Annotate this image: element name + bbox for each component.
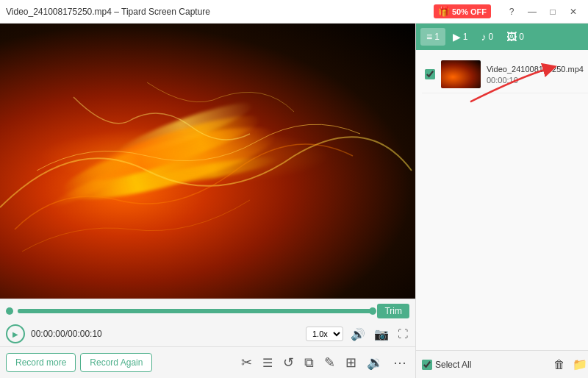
close-button[interactable]: ✕ bbox=[564, 4, 582, 19]
maximize-button[interactable]: □ bbox=[544, 4, 562, 19]
volume-icon[interactable]: 🔊 bbox=[349, 326, 367, 343]
folder-icon[interactable]: 📁 bbox=[570, 355, 588, 374]
bottom-controls: Trim ▶ 00:00:00/00:00:10 1.0x 0.5x 1.5x … bbox=[0, 299, 415, 378]
play-button[interactable]: ▶ bbox=[6, 324, 25, 343]
scissors-icon[interactable]: ✂ bbox=[238, 352, 255, 374]
edit-icon[interactable]: ✎ bbox=[321, 352, 338, 374]
titlebar-right: 🎁 50% OFF ? — □ ✕ bbox=[434, 4, 582, 19]
list-icon: ≡ bbox=[426, 31, 432, 43]
fullscreen-icon[interactable]: ⛶ bbox=[396, 327, 409, 341]
time-total: 00:00:10 bbox=[68, 329, 102, 339]
tab-audio[interactable]: ♪ 0 bbox=[476, 28, 500, 46]
recording-thumbnail bbox=[441, 60, 481, 88]
video-art-svg bbox=[0, 24, 415, 299]
image-icon: 🖼 bbox=[506, 31, 517, 43]
title-bar: Video_241008175250.mp4 – Tipard Screen C… bbox=[0, 0, 588, 24]
recording-duration: 00:00:10 bbox=[487, 76, 584, 85]
playback-row: ▶ 00:00:00/00:00:10 1.0x 0.5x 1.5x 2.0x … bbox=[0, 321, 415, 346]
tab-image[interactable]: 🖼 0 bbox=[501, 28, 530, 46]
recording-checkbox[interactable] bbox=[425, 69, 435, 79]
tune-icon[interactable]: ⊞ bbox=[343, 352, 359, 374]
right-bottom-toolbar: Select All 🗑 📁 📤 bbox=[416, 350, 588, 378]
progress-fill bbox=[18, 309, 373, 313]
delete-icon[interactable]: 🗑 bbox=[551, 356, 567, 374]
minimize-button[interactable]: — bbox=[523, 4, 541, 19]
tab-play[interactable]: ▶ 1 bbox=[447, 28, 474, 46]
copy-icon[interactable]: ⧉ bbox=[301, 352, 317, 374]
refresh-icon[interactable]: ↺ bbox=[280, 352, 297, 374]
camera-icon[interactable]: 📷 bbox=[373, 326, 390, 343]
record-more-button[interactable]: Record more bbox=[6, 353, 76, 372]
tab-video[interactable]: ≡ 1 bbox=[420, 28, 445, 46]
recording-name: Video_241008175250.mp4 bbox=[487, 65, 584, 74]
recording-item: Video_241008175250.mp4 00:00:10 ↗ bbox=[422, 56, 588, 93]
right-panel: ≡ 1 ▶ 1 ♪ 0 🖼 0 Video_241008175250 bbox=[415, 24, 588, 378]
record-again-button[interactable]: Record Again bbox=[80, 353, 152, 372]
app-title: Video_241008175250.mp4 – Tipard Screen C… bbox=[6, 7, 210, 17]
time-display: 00:00:00/00:00:10 bbox=[31, 329, 300, 339]
promo-text: 50% OFF bbox=[452, 7, 487, 16]
recordings-list: Video_241008175250.mp4 00:00:10 ↗ bbox=[416, 50, 588, 350]
tab-bar: ≡ 1 ▶ 1 ♪ 0 🖼 0 bbox=[416, 24, 588, 50]
action-row: Record more Record Again ✂ ☰ ↺ ⧉ ✎ ⊞ 🔉 ⋯ bbox=[0, 346, 415, 378]
play-tab-icon: ▶ bbox=[453, 31, 461, 43]
titlebar-left: Video_241008175250.mp4 – Tipard Screen C… bbox=[6, 7, 210, 17]
video-area bbox=[0, 24, 415, 299]
promo-badge[interactable]: 🎁 50% OFF bbox=[434, 4, 491, 18]
gift-icon: 🎁 bbox=[438, 6, 450, 17]
volume-down-icon[interactable]: 🔉 bbox=[364, 352, 386, 374]
speed-select[interactable]: 1.0x 0.5x 1.5x 2.0x bbox=[306, 327, 343, 341]
video-canvas bbox=[0, 24, 415, 299]
question-button[interactable]: ? bbox=[503, 4, 520, 19]
progress-start-dot bbox=[6, 307, 13, 315]
more-icon[interactable]: ⋯ bbox=[390, 352, 409, 374]
recording-info: Video_241008175250.mp4 00:00:10 bbox=[487, 65, 584, 85]
select-all-checkbox[interactable] bbox=[422, 360, 432, 370]
time-current: 00:00:00 bbox=[31, 329, 65, 339]
equalizer-icon[interactable]: ☰ bbox=[259, 353, 276, 373]
progress-handle[interactable] bbox=[369, 307, 376, 315]
play-icon: ▶ bbox=[12, 330, 18, 338]
select-all-label: Select All bbox=[435, 360, 471, 370]
progress-track[interactable] bbox=[18, 309, 373, 313]
video-count: 1 bbox=[434, 32, 440, 42]
left-panel: Trim ▶ 00:00:00/00:00:10 1.0x 0.5x 1.5x … bbox=[0, 24, 415, 378]
play-count: 1 bbox=[463, 32, 468, 42]
audio-count: 0 bbox=[489, 32, 494, 42]
image-count: 0 bbox=[519, 32, 524, 42]
main-layout: Trim ▶ 00:00:00/00:00:10 1.0x 0.5x 1.5x … bbox=[0, 24, 588, 378]
progress-bar-row: Trim bbox=[0, 299, 415, 321]
audio-icon: ♪ bbox=[481, 31, 487, 43]
trim-button[interactable]: Trim bbox=[377, 304, 409, 318]
